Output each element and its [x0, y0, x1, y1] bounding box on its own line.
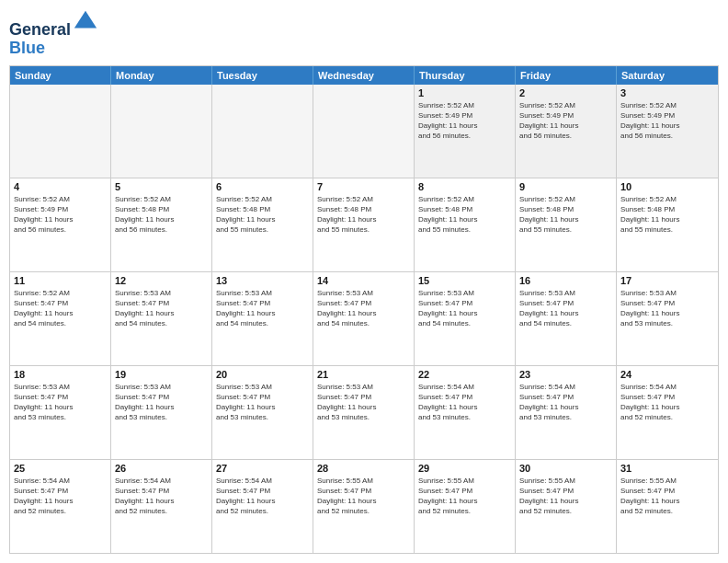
calendar-cell: 22Sunrise: 5:54 AMSunset: 5:47 PMDayligh…: [415, 366, 516, 459]
day-number: 3: [620, 87, 714, 98]
day-info: Sunrise: 5:53 AMSunset: 5:47 PMDaylight:…: [317, 288, 410, 329]
day-number: 5: [115, 181, 208, 192]
day-number: 10: [620, 181, 714, 192]
svg-marker-0: [74, 11, 97, 29]
header-day-wednesday: Wednesday: [313, 66, 415, 85]
day-number: 20: [216, 369, 309, 380]
day-info: Sunrise: 5:52 AMSunset: 5:49 PMDaylight:…: [620, 100, 714, 142]
day-info: Sunrise: 5:53 AMSunset: 5:47 PMDaylight:…: [115, 288, 208, 329]
day-number: 29: [418, 463, 511, 474]
day-info: Sunrise: 5:52 AMSunset: 5:47 PMDaylight:…: [14, 288, 107, 329]
day-info: Sunrise: 5:55 AMSunset: 5:47 PMDaylight:…: [620, 476, 714, 517]
day-info: Sunrise: 5:53 AMSunset: 5:47 PMDaylight:…: [216, 382, 309, 423]
calendar-week-1: 1Sunrise: 5:52 AMSunset: 5:49 PMDaylight…: [10, 85, 718, 178]
logo-general: General: [9, 20, 71, 39]
day-info: Sunrise: 5:52 AMSunset: 5:49 PMDaylight:…: [418, 100, 511, 142]
calendar-cell: 24Sunrise: 5:54 AMSunset: 5:47 PMDayligh…: [617, 366, 718, 459]
calendar-week-2: 4Sunrise: 5:52 AMSunset: 5:49 PMDaylight…: [10, 178, 718, 272]
day-info: Sunrise: 5:52 AMSunset: 5:49 PMDaylight:…: [14, 194, 107, 236]
calendar-cell: 6Sunrise: 5:52 AMSunset: 5:48 PMDaylight…: [212, 178, 313, 271]
calendar-week-5: 25Sunrise: 5:54 AMSunset: 5:47 PMDayligh…: [10, 460, 718, 553]
day-info: Sunrise: 5:53 AMSunset: 5:47 PMDaylight:…: [14, 382, 107, 423]
day-number: 7: [317, 181, 410, 192]
calendar-cell: 3Sunrise: 5:52 AMSunset: 5:49 PMDaylight…: [617, 85, 718, 178]
calendar-cell: 20Sunrise: 5:53 AMSunset: 5:47 PMDayligh…: [212, 366, 313, 459]
day-info: Sunrise: 5:52 AMSunset: 5:48 PMDaylight:…: [115, 194, 208, 236]
day-number: 30: [519, 463, 612, 474]
header-day-saturday: Saturday: [617, 66, 718, 85]
day-number: 2: [519, 87, 612, 98]
calendar-cell: 21Sunrise: 5:53 AMSunset: 5:47 PMDayligh…: [313, 366, 415, 459]
header-day-sunday: Sunday: [10, 66, 111, 85]
day-number: 24: [620, 369, 714, 380]
page: General Blue SundayMondayTuesdayWednesda…: [0, 0, 728, 563]
calendar-cell: 19Sunrise: 5:53 AMSunset: 5:47 PMDayligh…: [111, 366, 212, 459]
calendar-cell: 25Sunrise: 5:54 AMSunset: 5:47 PMDayligh…: [10, 460, 111, 553]
day-info: Sunrise: 5:55 AMSunset: 5:47 PMDaylight:…: [519, 476, 612, 517]
calendar: SundayMondayTuesdayWednesdayThursdayFrid…: [9, 65, 719, 554]
calendar-week-3: 11Sunrise: 5:52 AMSunset: 5:47 PMDayligh…: [10, 272, 718, 366]
calendar-body: 1Sunrise: 5:52 AMSunset: 5:49 PMDaylight…: [10, 85, 718, 553]
day-number: 15: [418, 275, 511, 286]
day-number: 13: [216, 275, 309, 286]
calendar-cell: [10, 85, 111, 178]
calendar-week-4: 18Sunrise: 5:53 AMSunset: 5:47 PMDayligh…: [10, 366, 718, 460]
day-number: 1: [418, 87, 511, 98]
calendar-cell: 31Sunrise: 5:55 AMSunset: 5:47 PMDayligh…: [617, 460, 718, 553]
day-number: 8: [418, 181, 511, 192]
header-day-friday: Friday: [516, 66, 617, 85]
calendar-cell: 13Sunrise: 5:53 AMSunset: 5:47 PMDayligh…: [212, 272, 313, 365]
day-info: Sunrise: 5:53 AMSunset: 5:47 PMDaylight:…: [620, 288, 714, 329]
day-info: Sunrise: 5:52 AMSunset: 5:48 PMDaylight:…: [216, 194, 309, 236]
day-number: 28: [317, 463, 410, 474]
calendar-cell: 23Sunrise: 5:54 AMSunset: 5:47 PMDayligh…: [516, 366, 617, 459]
day-number: 6: [216, 181, 309, 192]
day-info: Sunrise: 5:55 AMSunset: 5:47 PMDaylight:…: [317, 476, 410, 517]
day-info: Sunrise: 5:53 AMSunset: 5:47 PMDaylight:…: [317, 382, 410, 423]
day-number: 9: [519, 181, 612, 192]
header-day-monday: Monday: [111, 66, 212, 85]
day-info: Sunrise: 5:54 AMSunset: 5:47 PMDaylight:…: [216, 476, 309, 517]
calendar-cell: 18Sunrise: 5:53 AMSunset: 5:47 PMDayligh…: [10, 366, 111, 459]
calendar-cell: 2Sunrise: 5:52 AMSunset: 5:49 PMDaylight…: [516, 85, 617, 178]
calendar-cell: 14Sunrise: 5:53 AMSunset: 5:47 PMDayligh…: [313, 272, 415, 365]
calendar-cell: 27Sunrise: 5:54 AMSunset: 5:47 PMDayligh…: [212, 460, 313, 553]
logo-text: General Blue: [9, 9, 98, 58]
day-number: 23: [519, 369, 612, 380]
day-info: Sunrise: 5:54 AMSunset: 5:47 PMDaylight:…: [519, 382, 612, 423]
day-number: 11: [14, 275, 107, 286]
logo: General Blue: [9, 9, 98, 58]
calendar-cell: 7Sunrise: 5:52 AMSunset: 5:48 PMDaylight…: [313, 178, 415, 271]
day-info: Sunrise: 5:54 AMSunset: 5:47 PMDaylight:…: [620, 382, 714, 423]
day-info: Sunrise: 5:53 AMSunset: 5:47 PMDaylight:…: [418, 288, 511, 329]
logo-blue: Blue: [9, 39, 45, 57]
calendar-cell: 15Sunrise: 5:53 AMSunset: 5:47 PMDayligh…: [415, 272, 516, 365]
calendar-cell: [111, 85, 212, 178]
day-number: 16: [519, 275, 612, 286]
calendar-cell: [313, 85, 415, 178]
calendar-cell: 11Sunrise: 5:52 AMSunset: 5:47 PMDayligh…: [10, 272, 111, 365]
day-info: Sunrise: 5:53 AMSunset: 5:47 PMDaylight:…: [115, 382, 208, 423]
day-info: Sunrise: 5:55 AMSunset: 5:47 PMDaylight:…: [418, 476, 511, 517]
calendar-cell: 4Sunrise: 5:52 AMSunset: 5:49 PMDaylight…: [10, 178, 111, 271]
day-info: Sunrise: 5:52 AMSunset: 5:48 PMDaylight:…: [317, 194, 410, 236]
calendar-cell: 10Sunrise: 5:52 AMSunset: 5:48 PMDayligh…: [617, 178, 718, 271]
header-day-thursday: Thursday: [415, 66, 516, 85]
day-info: Sunrise: 5:54 AMSunset: 5:47 PMDaylight:…: [14, 476, 107, 517]
calendar-cell: 1Sunrise: 5:52 AMSunset: 5:49 PMDaylight…: [415, 85, 516, 178]
calendar-cell: 8Sunrise: 5:52 AMSunset: 5:48 PMDaylight…: [415, 178, 516, 271]
calendar-cell: 17Sunrise: 5:53 AMSunset: 5:47 PMDayligh…: [617, 272, 718, 365]
day-info: Sunrise: 5:52 AMSunset: 5:49 PMDaylight:…: [519, 100, 612, 142]
day-info: Sunrise: 5:52 AMSunset: 5:48 PMDaylight:…: [620, 194, 714, 236]
day-info: Sunrise: 5:54 AMSunset: 5:47 PMDaylight:…: [115, 476, 208, 517]
day-number: 14: [317, 275, 410, 286]
logo-icon: [73, 9, 98, 35]
calendar-cell: 26Sunrise: 5:54 AMSunset: 5:47 PMDayligh…: [111, 460, 212, 553]
day-number: 27: [216, 463, 309, 474]
day-number: 22: [418, 369, 511, 380]
day-number: 31: [620, 463, 714, 474]
calendar-cell: 28Sunrise: 5:55 AMSunset: 5:47 PMDayligh…: [313, 460, 415, 553]
day-info: Sunrise: 5:52 AMSunset: 5:48 PMDaylight:…: [418, 194, 511, 236]
day-number: 17: [620, 275, 714, 286]
calendar-cell: 16Sunrise: 5:53 AMSunset: 5:47 PMDayligh…: [516, 272, 617, 365]
